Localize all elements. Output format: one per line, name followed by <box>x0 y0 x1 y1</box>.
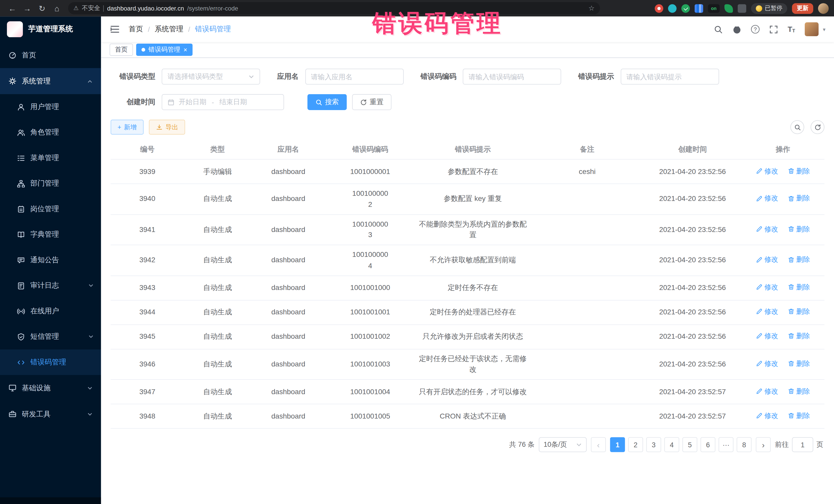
breadcrumb-home[interactable]: 首页 <box>129 24 143 34</box>
sidebar-item-notices[interactable]: 通知公告 <box>0 247 101 273</box>
update-button[interactable]: 更新 <box>792 3 813 13</box>
browser-profile-avatar[interactable] <box>818 3 829 13</box>
table-row[interactable]: 3940 自动生成 dashboard 1001000002 参数配置 key … <box>111 184 825 215</box>
prev-page-button[interactable]: ‹ <box>591 437 606 452</box>
edit-link[interactable]: 修改 <box>756 166 778 176</box>
address-bar[interactable]: ⚠ 不安全 dashboard.yudao.iocoder.cn/system/… <box>68 2 600 14</box>
sidebar-item-online-users[interactable]: 在线用户 <box>0 299 101 324</box>
edit-link[interactable]: 修改 <box>756 410 778 421</box>
table-row[interactable]: 3944 自动生成 dashboard 1001001001 定时任务的处理器已… <box>111 301 825 325</box>
next-page-button[interactable]: › <box>756 437 771 452</box>
back-icon[interactable]: ← <box>5 1 19 15</box>
delete-link[interactable]: 删除 <box>788 166 810 176</box>
table-row[interactable]: 3947 自动生成 dashboard 1001001004 只有开启状态的任务… <box>111 380 825 404</box>
sidebar-item-departments[interactable]: 部门管理 <box>0 171 101 196</box>
delete-link[interactable]: 删除 <box>788 331 810 341</box>
goto-page-input[interactable] <box>792 437 813 452</box>
extension-icon-green-check[interactable] <box>681 4 690 13</box>
refresh-table-button[interactable] <box>811 120 825 134</box>
tab-error-code[interactable]: 错误码管理 × <box>136 44 193 56</box>
page-button[interactable]: 8 <box>737 437 752 452</box>
sidebar-item-system[interactable]: 系统管理 <box>0 68 101 94</box>
error-message-field[interactable] <box>620 68 719 84</box>
extension-icon-teal[interactable] <box>668 4 676 13</box>
url-path[interactable]: /system/error-code <box>187 5 238 12</box>
extension-icon-on-switch[interactable]: on <box>708 4 720 13</box>
show-search-button[interactable] <box>790 120 804 134</box>
sidebar-collapse-bar[interactable] <box>0 497 101 504</box>
page-button[interactable]: 6 <box>701 437 716 452</box>
error-code-field[interactable] <box>463 68 561 84</box>
edit-link[interactable]: 修改 <box>756 282 778 292</box>
reload-icon[interactable]: ↻ <box>35 1 49 15</box>
extensions-puzzle-icon[interactable] <box>738 4 746 13</box>
page-size-select[interactable]: 10条/页 <box>539 437 587 452</box>
sidebar-item-error-code[interactable]: 错误码管理 <box>0 350 101 375</box>
sidebar-item-dictionary[interactable]: 字典管理 <box>0 222 101 247</box>
delete-link[interactable]: 删除 <box>788 254 810 265</box>
edit-link[interactable]: 修改 <box>756 331 778 341</box>
fullscreen-icon[interactable] <box>769 25 778 34</box>
sidebar-item-users[interactable]: 用户管理 <box>0 94 101 119</box>
date-range-picker[interactable]: 开始日期 - 结束日期 <box>162 94 284 110</box>
table-row[interactable]: 3941 自动生成 dashboard 1001000003 不能删除类型为系统… <box>111 215 825 245</box>
export-button[interactable]: 导出 <box>149 119 185 134</box>
help-icon[interactable]: ? <box>751 25 759 34</box>
error-type-select[interactable]: 请选择错误码类型 <box>162 68 260 84</box>
font-size-icon[interactable]: TT <box>788 25 795 34</box>
sidebar-item-home[interactable]: 首页 <box>0 42 101 68</box>
sidebar-item-devtools[interactable]: 研发工具 <box>0 401 101 427</box>
delete-link[interactable]: 删除 <box>788 410 810 421</box>
close-icon[interactable]: × <box>183 46 187 53</box>
edit-link[interactable]: 修改 <box>756 224 778 234</box>
extension-icon-bars[interactable] <box>695 4 703 13</box>
error-code-input[interactable] <box>468 73 555 81</box>
add-button[interactable]: + 新增 <box>111 119 144 134</box>
page-button[interactable]: 4 <box>664 437 679 452</box>
edit-link[interactable]: 修改 <box>756 193 778 203</box>
delete-link[interactable]: 删除 <box>788 282 810 292</box>
search-button[interactable]: 搜索 <box>307 94 347 110</box>
delete-link[interactable]: 删除 <box>788 358 810 369</box>
hamburger-icon[interactable] <box>110 24 120 35</box>
search-icon[interactable] <box>714 25 723 34</box>
paused-badge[interactable]: 已暂停 <box>751 3 787 13</box>
sidebar-item-audit-log[interactable]: 审计日志 <box>0 273 101 298</box>
delete-link[interactable]: 删除 <box>788 224 810 234</box>
sidebar-item-sms[interactable]: 短信管理 <box>0 324 101 349</box>
page-button[interactable]: 3 <box>646 437 661 452</box>
edit-link[interactable]: 修改 <box>756 306 778 317</box>
app-name-input[interactable] <box>311 73 397 81</box>
sidebar-logo[interactable]: 芋道管理系统 <box>0 17 101 42</box>
sidebar-item-posts[interactable]: 岗位管理 <box>0 196 101 222</box>
github-icon[interactable] <box>732 25 741 34</box>
table-row[interactable]: 3945 自动生成 dashboard 1001001002 只允许修改为开启或… <box>111 325 825 349</box>
page-button[interactable]: ··· <box>719 437 733 452</box>
delete-link[interactable]: 删除 <box>788 193 810 203</box>
table-row[interactable]: 3942 自动生成 dashboard 1001000004 不允许获取敏感配置… <box>111 245 825 276</box>
page-button[interactable]: 2 <box>628 437 643 452</box>
url-host[interactable]: dashboard.yudao.iocoder.cn <box>107 5 184 12</box>
security-label[interactable]: 不安全 <box>82 4 100 12</box>
edit-link[interactable]: 修改 <box>756 386 778 396</box>
user-avatar[interactable] <box>805 22 819 36</box>
table-row[interactable]: 3939 手动编辑 dashboard 1001000001 参数配置不存在 c… <box>111 160 825 184</box>
bookmark-star-icon[interactable]: ☆ <box>588 4 595 12</box>
table-row[interactable]: 3943 自动生成 dashboard 1001001000 定时任务不存在 2… <box>111 276 825 300</box>
sidebar-item-roles[interactable]: 角色管理 <box>0 119 101 145</box>
extension-icon-leaf[interactable] <box>724 4 733 13</box>
delete-link[interactable]: 删除 <box>788 386 810 396</box>
edit-link[interactable]: 修改 <box>756 358 778 369</box>
table-row[interactable]: 3948 自动生成 dashboard 1001001005 CRON 表达式不… <box>111 404 825 429</box>
breadcrumb-system[interactable]: 系统管理 <box>155 24 183 34</box>
sidebar-item-infrastructure[interactable]: 基础设施 <box>0 375 101 401</box>
tab-home[interactable]: 首页 <box>110 44 133 56</box>
page-button[interactable]: 1 <box>610 437 625 452</box>
forward-icon[interactable]: → <box>20 1 34 15</box>
caret-down-icon[interactable]: ▾ <box>823 26 825 32</box>
home-icon[interactable]: ⌂ <box>50 1 64 15</box>
extension-icon-red[interactable] <box>655 4 663 13</box>
delete-link[interactable]: 删除 <box>788 306 810 317</box>
sidebar-item-menus[interactable]: 菜单管理 <box>0 145 101 171</box>
error-message-input[interactable] <box>627 73 713 81</box>
